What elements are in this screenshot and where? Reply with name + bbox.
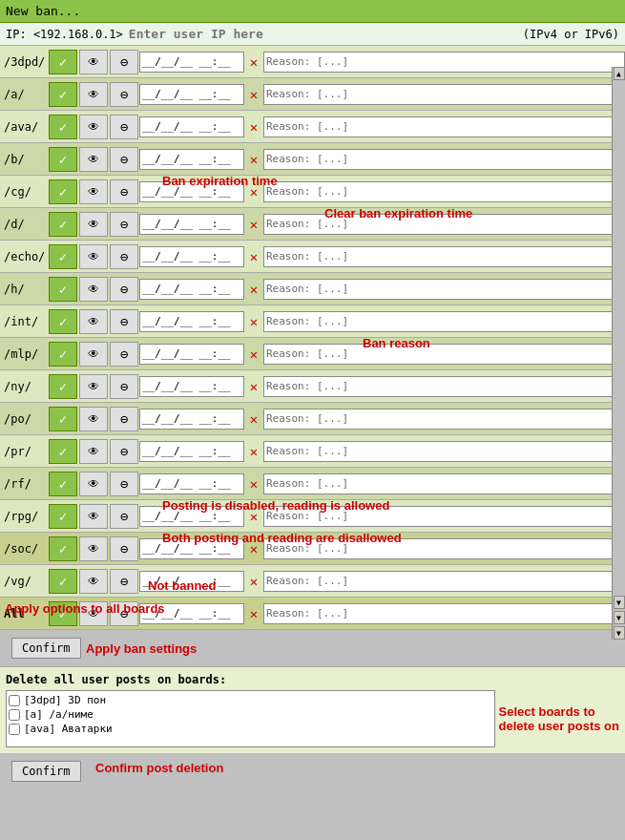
scroll-down-button-2[interactable]: ▼ [614,611,625,624]
reason-input[interactable] [263,473,625,494]
eye-button[interactable]: 👁 [79,374,108,399]
clear-date-button-all[interactable]: ✕ [244,603,263,624]
reason-input[interactable] [263,181,625,202]
check-button[interactable]: ✓ [49,309,77,334]
eye-button[interactable]: 👁 [79,50,108,74]
minus-button[interactable]: ⊖ [110,244,138,269]
eye-button[interactable]: 👁 [79,277,108,302]
check-button[interactable]: ✓ [49,212,77,237]
delete-board-checkbox-a[interactable] [9,709,20,721]
clear-date-button[interactable]: ✕ [244,246,263,267]
confirm-delete-button[interactable]: Confirm [11,761,81,782]
clear-date-button[interactable]: ✕ [244,473,263,494]
date-input[interactable] [139,279,244,300]
eye-button[interactable]: 👁 [79,407,108,431]
check-button[interactable]: ✓ [49,439,77,464]
eye-button[interactable]: 👁 [79,342,108,367]
delete-board-checkbox-ava[interactable] [9,724,20,735]
clear-date-button[interactable]: ✕ [244,149,263,170]
vertical-scrollbar[interactable]: ▲ ▼ ▼ ▼ [612,67,625,640]
clear-date-button[interactable]: ✕ [244,52,263,73]
reason-input-all[interactable] [263,603,625,624]
clear-date-button[interactable]: ✕ [244,409,263,430]
reason-input[interactable] [263,409,625,430]
check-button[interactable]: ✓ [49,569,77,594]
date-input[interactable] [139,311,244,332]
reason-input[interactable] [263,279,625,300]
eye-button[interactable]: 👁 [79,212,108,237]
date-input[interactable] [139,246,244,267]
minus-button[interactable]: ⊖ [110,536,138,561]
eye-button[interactable]: 👁 [79,309,108,334]
minus-button[interactable]: ⊖ [110,277,138,302]
confirm-ban-button[interactable]: Confirm [11,638,81,659]
delete-board-list[interactable]: [3dpd] 3D пон [a] /a/ниме [ava] Аватарки [6,690,495,747]
date-input[interactable] [139,376,244,397]
check-button[interactable]: ✓ [49,504,77,529]
reason-input[interactable] [263,149,625,170]
clear-date-button[interactable]: ✕ [244,214,263,235]
minus-button[interactable]: ⊖ [110,82,138,107]
check-button[interactable]: ✓ [49,374,77,399]
minus-button[interactable]: ⊖ [110,472,138,496]
reason-input[interactable] [263,376,625,397]
minus-button[interactable]: ⊖ [110,569,138,594]
date-input[interactable] [139,214,244,235]
check-button[interactable]: ✓ [49,50,77,74]
delete-board-checkbox-3dpd[interactable] [9,695,20,706]
eye-button[interactable]: 👁 [79,504,108,529]
scroll-down-button-1[interactable]: ▼ [614,596,625,609]
minus-button[interactable]: ⊖ [110,115,138,139]
minus-button[interactable]: ⊖ [110,179,138,204]
check-button[interactable]: ✓ [49,147,77,172]
clear-date-button[interactable]: ✕ [244,441,263,462]
minus-button[interactable]: ⊖ [110,407,138,431]
clear-date-button[interactable]: ✕ [244,376,263,397]
eye-button[interactable]: 👁 [79,147,108,172]
clear-date-button[interactable]: ✕ [244,84,263,105]
minus-button[interactable]: ⊖ [110,309,138,334]
reason-input[interactable] [263,84,625,105]
reason-input[interactable] [263,246,625,267]
eye-button[interactable]: 👁 [79,179,108,204]
date-input[interactable] [139,409,244,430]
reason-input[interactable] [263,344,625,365]
check-button[interactable]: ✓ [49,536,77,561]
reason-input[interactable] [263,116,625,137]
check-button[interactable]: ✓ [49,407,77,431]
check-button[interactable]: ✓ [49,342,77,367]
date-input[interactable] [139,52,244,73]
eye-button[interactable]: 👁 [79,472,108,496]
reason-input[interactable] [263,52,625,73]
check-button[interactable]: ✓ [49,277,77,302]
minus-button[interactable]: ⊖ [110,439,138,464]
check-button[interactable]: ✓ [49,472,77,496]
scroll-up-button[interactable]: ▲ [614,67,625,80]
date-input[interactable] [139,149,244,170]
eye-button[interactable]: 👁 [79,244,108,269]
minus-button[interactable]: ⊖ [110,342,138,367]
reason-input[interactable] [263,441,625,462]
clear-date-button[interactable]: ✕ [244,344,263,365]
clear-date-button[interactable]: ✕ [244,571,263,592]
reason-input[interactable] [263,571,625,592]
check-button[interactable]: ✓ [49,179,77,204]
minus-button[interactable]: ⊖ [110,212,138,237]
clear-date-button[interactable]: ✕ [244,311,263,332]
eye-button[interactable]: 👁 [79,439,108,464]
minus-button[interactable]: ⊖ [110,147,138,172]
minus-button[interactable]: ⊖ [110,504,138,529]
date-input[interactable] [139,473,244,494]
check-button[interactable]: ✓ [49,244,77,269]
eye-button[interactable]: 👁 [79,115,108,139]
date-input[interactable] [139,84,244,105]
clear-date-button[interactable]: ✕ [244,279,263,300]
minus-button[interactable]: ⊖ [110,50,138,74]
eye-button[interactable]: 👁 [79,569,108,594]
ip-input[interactable] [129,27,517,41]
reason-input[interactable] [263,311,625,332]
clear-date-button[interactable]: ✕ [244,116,263,137]
date-input[interactable] [139,441,244,462]
date-input[interactable] [139,344,244,365]
check-button[interactable]: ✓ [49,115,77,139]
